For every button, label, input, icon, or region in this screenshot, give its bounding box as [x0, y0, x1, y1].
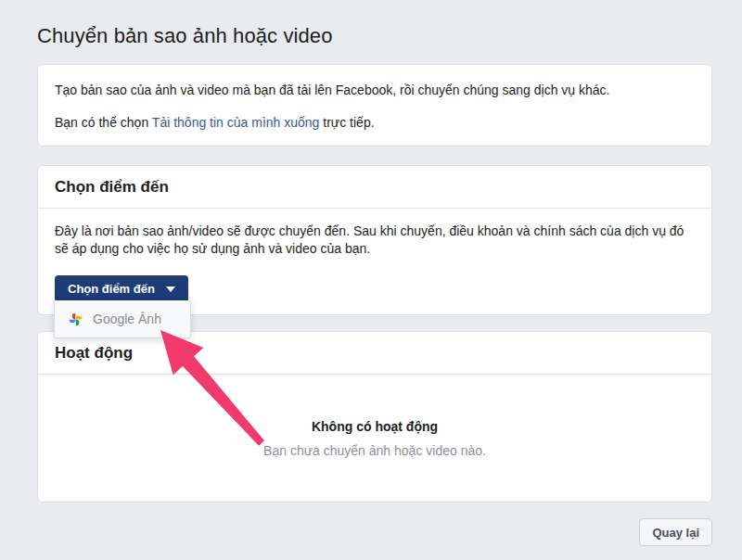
activity-empty-title: Không có hoạt động: [312, 419, 438, 434]
chevron-down-icon: [166, 286, 175, 292]
destination-section-title: Chọn điểm đến: [55, 178, 695, 197]
dropdown-item-label: Google Ảnh: [93, 312, 161, 326]
back-button[interactable]: Quay lại: [639, 518, 712, 546]
activity-empty-subtitle: Bạn chưa chuyển ảnh hoặc video nào.: [263, 443, 486, 458]
destination-card: Chọn điểm đến Đây là nơi bản sao ảnh/vid…: [37, 165, 712, 315]
activity-card-body: Không có hoạt động Bạn chưa chuyển ảnh h…: [38, 375, 711, 503]
settings-page: { "window": { "title": "Chuyển bản sao ả…: [0, 0, 742, 560]
activity-card: Hoạt động Không có hoạt động Bạn chưa ch…: [37, 331, 712, 503]
choose-destination-button[interactable]: Chọn điểm đến: [55, 275, 188, 302]
destination-card-body: Đây là nơi bản sao ảnh/video sẽ được chu…: [38, 209, 711, 302]
google-photos-icon: [69, 312, 83, 326]
dropdown-item-google-photos[interactable]: Google Ảnh: [55, 300, 190, 337]
destination-description: Đây là nơi bản sao ảnh/video sẽ được chu…: [55, 223, 695, 258]
intro-text: Tạo bản sao của ảnh và video mà bạn đã t…: [55, 82, 695, 99]
choose-destination-button-label: Chọn điểm đến: [68, 282, 155, 296]
destination-card-header: Chọn điểm đến: [38, 166, 711, 209]
activity-section-title: Hoạt động: [55, 344, 695, 363]
page-title: Chuyển bản sao ảnh hoặc video: [37, 24, 332, 48]
download-your-information-link[interactable]: Tải thông tin của mình xuống: [152, 115, 320, 130]
intro-text-suffix: trực tiếp.: [319, 115, 374, 130]
destination-dropdown-menu: Google Ảnh: [54, 300, 191, 338]
intro-text-secondary: Bạn có thể chọn Tải thông tin của mình x…: [55, 114, 695, 132]
transfer-copy-page: Chuyển bản sao ảnh hoặc video Tạo bản sa…: [0, 0, 742, 560]
intro-card: Tạo bản sao của ảnh và video mà bạn đã t…: [37, 64, 712, 146]
intro-text-prefix: Bạn có thể chọn: [55, 115, 152, 130]
